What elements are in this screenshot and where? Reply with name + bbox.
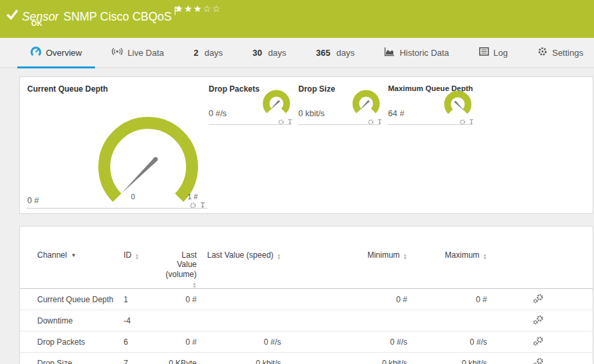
minimum-value: 0 #/s [286,331,412,353]
sort-icon: ▲▼ [483,254,487,260]
gauge-icon [31,46,41,58]
drop-size-gauge-cell: Drop Size 0 kbit/s [298,77,381,130]
column-header-last-value-speed[interactable]: Last Value (speed)▲▼ [201,227,286,289]
sort-desc-icon: ▼ [71,252,76,258]
gauge-actions [459,116,474,128]
gears-icon[interactable] [533,339,544,348]
channel-id: -4 [122,310,162,331]
channel-name: Downtime [20,310,122,331]
sort-icon: ▲▼ [277,254,281,260]
divider [298,124,381,125]
minimum-value: 0 # [286,289,412,310]
channel-table-panel: Channel▼ ID▲▼ Last Value (volume)▲▼ Last… [19,226,593,364]
gauge-scale-min: 0 [125,193,141,201]
column-header-channel[interactable]: Channel▼ [20,227,122,289]
tab-overview[interactable]: Overview [27,38,86,67]
channel-table: Channel▼ ID▲▼ Last Value (volume)▲▼ Last… [20,227,593,364]
tab-label: days [336,48,354,58]
divider [27,208,207,209]
gear-icon[interactable] [278,116,284,128]
priority-rating[interactable]: ★★★☆☆ [175,3,221,14]
gear-icon[interactable] [189,200,197,212]
status-badge: OK [31,19,43,27]
channel-settings-cell [492,353,593,364]
tab-live-data[interactable]: Live Data [108,38,168,67]
gauge-value: 0 kbit/s [298,109,325,118]
table-row: Downtime -4 [20,310,593,331]
gears-icon[interactable] [533,318,544,327]
gear-icon [538,46,547,58]
pin-icon[interactable] [199,200,206,212]
tab-label: days [268,48,286,58]
last-value-volume: 0 KByte [162,353,201,364]
tab-number: 365 [316,48,331,58]
tab-bar: Overview Live Data 2 days 30 days 365 da… [0,38,594,68]
sort-icon: ▲▼ [403,254,407,260]
last-value-speed: 0 kbit/s [201,353,286,364]
divider [388,124,472,125]
gauge-title: Drop Size [298,84,335,94]
gauge-value: 0 # [27,196,39,205]
channel-name: Current Queue Depth [20,289,122,310]
tab-label: Overview [46,48,82,58]
channel-name: Drop Packets [20,331,122,353]
channel-id: 6 [122,331,162,353]
tab-label: Historic Data [399,48,448,58]
minimum-value: 0 kbit/s [286,353,412,364]
gauge-actions [189,200,206,212]
report-icon [479,47,489,58]
column-header-last-value-volume[interactable]: Last Value (volume)▲▼ [162,227,201,289]
sort-icon: ▲▼ [135,254,139,260]
gear-icon[interactable] [459,116,466,128]
table-row: Drop Packets 6 0 # 0 #/s 0 #/s 0 #/s [20,331,593,353]
gauge-value: 64 # [388,109,404,118]
channel-name: Drop Size [20,353,122,364]
gears-icon[interactable] [533,296,544,306]
sensor-status-header: SensorSNMP Cisco CBQoS ★★★☆☆ OK [0,0,594,38]
tab-2-days[interactable]: 2 days [190,38,227,67]
last-value-volume: 0 # [162,289,201,310]
tab-settings[interactable]: Settings [534,38,587,67]
last-value-speed: 0 #/s [201,331,286,353]
column-header-actions [492,227,593,289]
area-chart-icon [384,47,395,58]
tab-log[interactable]: Log [475,38,512,67]
channel-settings-cell [492,331,593,353]
stars-filled[interactable]: ★★★ [175,3,203,14]
table-row: Drop Size 7 0 KByte 0 kbit/s 0 kbit/s 0 … [20,353,593,364]
column-header-id[interactable]: ID▲▼ [122,227,162,289]
gauge-title: Current Queue Depth [27,84,108,94]
pin-icon[interactable] [287,116,293,128]
max-queue-depth-gauge-cell: Maximum Queue Depth 64 # [388,77,472,130]
prtg-sensor-page: { "colors": { "status_ok_green": "#b1c22… [0,0,594,364]
gears-icon[interactable] [533,360,544,364]
tab-365-days[interactable]: 365 days [312,38,359,67]
column-header-minimum[interactable]: Minimum▲▼ [286,227,412,289]
tab-historic-data[interactable]: Historic Data [380,38,452,67]
tab-number: 2 [194,48,199,58]
gauge-actions [278,116,293,128]
maximum-value: 0 kbit/s [412,353,492,364]
last-value-volume [162,310,201,331]
gear-icon[interactable] [367,116,374,128]
channel-id: 1 [122,289,162,310]
tab-label: days [205,48,223,58]
tab-30-days[interactable]: 30 days [248,38,290,67]
stars-empty[interactable]: ☆☆ [203,3,221,14]
tab-label: Log [494,48,508,58]
broadcast-icon [112,47,123,58]
check-icon [6,9,19,23]
channel-settings-cell [492,310,593,331]
column-header-maximum[interactable]: Maximum▲▼ [412,227,492,289]
gauges-panel: Current Queue Depth 0 1 # 0 # Drop Packe… [19,76,593,214]
sensor-title: SNMP Cisco CBQoS [63,10,171,23]
maximum-value [412,310,492,331]
gauge-title: Drop Packets [209,84,260,94]
gauge-actions [367,116,383,128]
table-row: Current Queue Depth 1 0 # 0 # 0 # [20,289,593,310]
tab-label: Settings [552,48,583,58]
pin-icon[interactable] [377,116,383,128]
pin-icon[interactable] [468,116,474,128]
table-header-row: Channel▼ ID▲▼ Last Value (volume)▲▼ Last… [20,227,593,289]
divider [209,124,291,125]
